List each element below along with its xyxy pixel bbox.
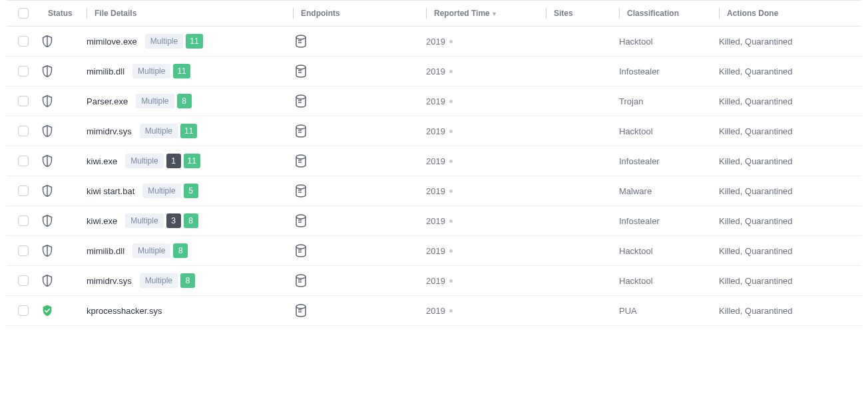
- count-badge[interactable]: 1: [166, 154, 181, 168]
- shield-threat-icon: [40, 124, 55, 138]
- count-badge[interactable]: 11: [180, 124, 197, 138]
- multiple-badge[interactable]: Multiple: [140, 124, 178, 138]
- table-row[interactable]: mimilib.dllMultiple82019HacktoolKilled, …: [7, 236, 861, 266]
- multiple-badge[interactable]: Multiple: [125, 154, 163, 168]
- multiple-badge[interactable]: Multiple: [140, 273, 178, 288]
- table-header: Status File Details Endpoints Reported T…: [7, 0, 861, 27]
- table-row[interactable]: kiwi.exeMultiple1112019InfostealerKilled…: [7, 146, 861, 176]
- file-name: kiwi start.bat: [87, 186, 134, 196]
- table-row[interactable]: mimilove.exeMultiple112019HacktoolKilled…: [7, 27, 861, 57]
- table-row[interactable]: Parser.exeMultiple82019TrojanKilled, Qua…: [7, 86, 861, 116]
- reported-time: 2019: [426, 276, 445, 286]
- shield-check-icon: [40, 303, 55, 318]
- header-reported-time[interactable]: Reported Time ▾: [426, 9, 546, 18]
- database-icon[interactable]: [293, 153, 309, 169]
- actions-done: Killed, Quarantined: [719, 37, 793, 47]
- row-checkbox[interactable]: [18, 156, 29, 166]
- table-row[interactable]: kiwi.exeMultiple382019InfostealerKilled,…: [7, 206, 861, 236]
- header-actions-label: Actions Done: [727, 9, 778, 18]
- time-indicator-dot-icon: [449, 130, 453, 133]
- header-endpoints[interactable]: Endpoints: [293, 9, 426, 18]
- time-indicator-dot-icon: [449, 100, 453, 103]
- count-badge[interactable]: 8: [177, 94, 192, 108]
- row-checkbox[interactable]: [18, 126, 29, 136]
- time-indicator-dot-icon: [449, 219, 453, 223]
- file-name: Parser.exe: [87, 96, 128, 106]
- database-icon[interactable]: [293, 93, 309, 109]
- header-time-label: Reported Time: [434, 9, 490, 18]
- count-badge[interactable]: 5: [184, 184, 198, 198]
- header-classification[interactable]: Classification: [619, 9, 719, 18]
- time-indicator-dot-icon: [449, 70, 453, 73]
- classification: Trojan: [619, 96, 643, 106]
- actions-done: Killed, Quarantined: [719, 126, 793, 136]
- time-indicator-dot-icon: [449, 309, 453, 313]
- multiple-badge[interactable]: Multiple: [142, 184, 180, 198]
- shield-threat-icon: [40, 64, 55, 78]
- multiple-badge[interactable]: Multiple: [145, 34, 183, 49]
- sort-desc-icon: ▾: [493, 10, 496, 17]
- database-icon[interactable]: [293, 273, 309, 289]
- count-badge[interactable]: 8: [180, 273, 195, 288]
- actions-done: Killed, Quarantined: [719, 186, 793, 196]
- database-icon[interactable]: [293, 33, 309, 49]
- header-actions-done[interactable]: Actions Done: [719, 9, 861, 18]
- actions-done: Killed, Quarantined: [719, 276, 793, 286]
- row-checkbox[interactable]: [18, 275, 29, 286]
- table-row[interactable]: kprocesshacker.sys2019PUAKilled, Quarant…: [7, 296, 861, 326]
- reported-time: 2019: [426, 96, 445, 106]
- select-all-checkbox[interactable]: [18, 8, 29, 19]
- header-sites-label: Sites: [554, 9, 573, 18]
- multiple-badge[interactable]: Multiple: [136, 94, 174, 108]
- row-checkbox[interactable]: [18, 305, 29, 316]
- row-checkbox[interactable]: [18, 96, 29, 106]
- database-icon[interactable]: [293, 213, 309, 229]
- count-badge[interactable]: 3: [166, 213, 181, 228]
- time-indicator-dot-icon: [449, 40, 453, 43]
- multiple-badge[interactable]: Multiple: [132, 243, 170, 258]
- shield-threat-icon: [40, 34, 55, 49]
- row-checkbox[interactable]: [18, 245, 29, 256]
- row-checkbox[interactable]: [18, 186, 29, 196]
- shield-threat-icon: [40, 213, 55, 228]
- classification: Hacktool: [619, 126, 653, 136]
- database-icon[interactable]: [293, 243, 309, 259]
- reported-time: 2019: [426, 306, 445, 316]
- count-badge[interactable]: 11: [186, 34, 202, 49]
- shield-threat-icon: [40, 184, 55, 198]
- table-row[interactable]: mimilib.dllMultiple112019InfostealerKill…: [7, 57, 861, 86]
- header-file-details[interactable]: File Details: [87, 9, 293, 18]
- count-badge[interactable]: 11: [173, 64, 190, 78]
- file-name: kprocesshacker.sys: [87, 306, 162, 316]
- time-indicator-dot-icon: [449, 190, 453, 193]
- table-row[interactable]: mimidrv.sysMultiple82019HacktoolKilled, …: [7, 266, 861, 296]
- classification: Hacktool: [619, 37, 653, 47]
- multiple-badge[interactable]: Multiple: [125, 213, 163, 228]
- header-sites[interactable]: Sites: [546, 9, 619, 18]
- time-indicator-dot-icon: [449, 279, 453, 283]
- multiple-badge[interactable]: Multiple: [132, 64, 170, 78]
- classification: Infostealer: [619, 156, 660, 166]
- file-name: kiwi.exe: [87, 216, 117, 226]
- actions-done: Killed, Quarantined: [719, 216, 793, 226]
- file-name: mimidrv.sys: [87, 276, 132, 286]
- table-row[interactable]: kiwi start.batMultiple52019MalwareKilled…: [7, 176, 861, 206]
- database-icon[interactable]: [293, 183, 309, 199]
- count-badge[interactable]: 8: [184, 213, 198, 228]
- time-indicator-dot-icon: [449, 160, 453, 163]
- header-file-label: File Details: [95, 9, 136, 18]
- classification: Hacktool: [619, 246, 653, 256]
- database-icon[interactable]: [293, 303, 309, 319]
- row-checkbox[interactable]: [18, 66, 29, 76]
- database-icon[interactable]: [293, 63, 309, 79]
- table-row[interactable]: mimidrv.sysMultiple112019HacktoolKilled,…: [7, 116, 861, 146]
- shield-threat-icon: [40, 243, 55, 258]
- row-checkbox[interactable]: [18, 215, 29, 226]
- header-status[interactable]: Status: [40, 9, 87, 18]
- count-badge[interactable]: 8: [173, 243, 188, 258]
- shield-threat-icon: [40, 273, 55, 288]
- database-icon[interactable]: [293, 123, 309, 139]
- time-indicator-dot-icon: [449, 249, 453, 253]
- row-checkbox[interactable]: [18, 36, 29, 47]
- count-badge[interactable]: 11: [184, 154, 200, 168]
